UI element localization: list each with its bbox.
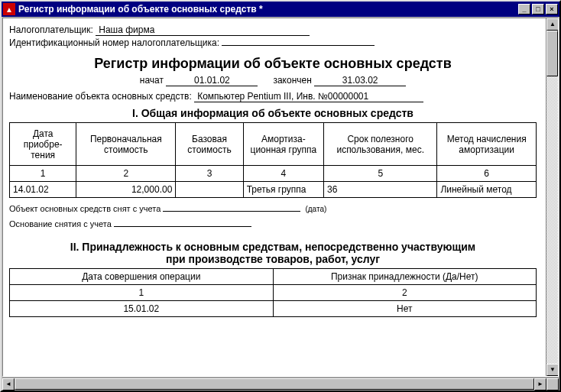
table-row: 15.01.02 Нет [10, 301, 537, 317]
app-icon: ▲ [3, 3, 15, 15]
cell: Третья группа [243, 182, 323, 198]
deregister-basis-label: Основание снятия с учета [9, 219, 112, 228]
deregister-row: Объект основных средств снят с учета (да… [9, 204, 537, 213]
app-window: ▲ Регистр информации об объекте основных… [0, 0, 561, 392]
section2-title-l1: II. Принадлежность к основным средствам,… [9, 241, 537, 253]
table-numrow: 1 2 3 4 5 6 [10, 166, 537, 182]
col-header: Срок полезного использования, мес. [324, 123, 437, 166]
cell [176, 182, 243, 198]
col-num: 5 [324, 166, 437, 182]
section1-title: I. Общая информация об объекте основных … [9, 107, 537, 119]
period-end-value[interactable]: 31.03.02 [314, 75, 406, 86]
document-body: Налогоплательщик: Наша фирма Идентификац… [3, 18, 546, 376]
scroll-down-button[interactable]: ▼ [546, 364, 559, 376]
cell: 15.01.02 [10, 301, 274, 317]
scroll-corner [546, 378, 559, 390]
col-num: 2 [76, 166, 176, 182]
scroll-track-h[interactable] [15, 378, 534, 390]
date-hint: (дата) [305, 205, 326, 213]
col-num: 6 [437, 166, 537, 182]
col-num: 4 [243, 166, 323, 182]
section2-table: Дата совершения операции Признак принадл… [9, 268, 537, 317]
period-row: начат 01.01.02 закончен 31.03.02 [9, 75, 537, 86]
scroll-track[interactable] [546, 76, 558, 364]
col-header: Дата приобре-тения [10, 123, 76, 166]
table-numrow: 1 2 [10, 285, 537, 301]
main-title: Регистр информации об объекте основных с… [9, 56, 537, 72]
tin-label: Идентификационный номер налогоплательщик… [9, 37, 219, 48]
scroll-right-button[interactable]: ► [534, 378, 546, 390]
cell: 14.01.02 [10, 182, 76, 198]
cell: 12,000.00 [76, 182, 176, 198]
section1-table: Дата приобре-тения Первоначальная стоимо… [9, 122, 537, 198]
tin-row: Идентификационный номер налогоплательщик… [9, 37, 537, 48]
col-num: 3 [176, 166, 243, 182]
col-num: 2 [273, 285, 537, 301]
period-end-label: закончен [273, 75, 311, 86]
scroll-thumb[interactable] [546, 31, 558, 76]
object-value[interactable]: Компьютер Pentium III, Инв. №00000001 [194, 91, 423, 102]
taxpayer-label: Налогоплательщик: [9, 24, 93, 35]
window-title: Регистр информации об объекте основных с… [18, 4, 518, 15]
object-label: Наименование объекта основных средств: [9, 91, 192, 102]
col-header: Базовая стоимость [176, 123, 243, 166]
scroll-left-button[interactable]: ◄ [2, 378, 15, 390]
deregister-basis-value[interactable] [114, 226, 251, 227]
col-header: Признак принадлежности (Да/Нет) [273, 269, 537, 285]
col-num: 1 [10, 285, 274, 301]
cell: Линейный метод [437, 182, 537, 198]
period-start-value[interactable]: 01.01.02 [166, 75, 258, 86]
vertical-scrollbar[interactable]: ▲ ▼ [546, 18, 558, 376]
tin-value[interactable] [222, 45, 375, 46]
deregister-value[interactable] [163, 211, 300, 212]
section2-title-l2: при производстве товаров, работ, услуг [9, 253, 537, 265]
period-start-label: начат [140, 75, 164, 86]
table-header-row: Дата совершения операции Признак принадл… [10, 269, 537, 285]
scroll-up-button[interactable]: ▲ [546, 18, 559, 31]
client-area: Налогоплательщик: Наша фирма Идентификац… [2, 18, 559, 377]
col-header: Метод начисления амортизации [437, 123, 537, 166]
col-header: Первоначальная стоимость [76, 123, 176, 166]
taxpayer-row: Налогоплательщик: Наша фирма [9, 24, 537, 36]
titlebar: ▲ Регистр информации об объекте основных… [2, 2, 559, 17]
table-header-row: Дата приобре-тения Первоначальная стоимо… [10, 123, 537, 166]
taxpayer-value[interactable]: Наша фирма [96, 24, 310, 36]
table-row: 14.01.02 12,000.00 Третья группа 36 Лине… [10, 182, 537, 198]
col-header: Дата совершения операции [10, 269, 274, 285]
deregister-basis-row: Основание снятия с учета [9, 219, 537, 228]
close-button[interactable]: × [546, 4, 558, 15]
col-num: 1 [10, 166, 76, 182]
scroll-thumb-h[interactable] [15, 378, 534, 390]
minimize-button[interactable]: _ [518, 4, 530, 15]
cell: Нет [273, 301, 537, 317]
col-header: Амортиза-ционная группа [243, 123, 323, 166]
object-row: Наименование объекта основных средств: К… [9, 91, 537, 102]
maximize-button[interactable]: □ [532, 4, 544, 15]
cell: 36 [324, 182, 437, 198]
window-controls: _ □ × [518, 4, 558, 15]
deregister-label: Объект основных средств снят с учета [9, 204, 161, 213]
horizontal-scrollbar[interactable]: ◄ ► [2, 377, 559, 390]
